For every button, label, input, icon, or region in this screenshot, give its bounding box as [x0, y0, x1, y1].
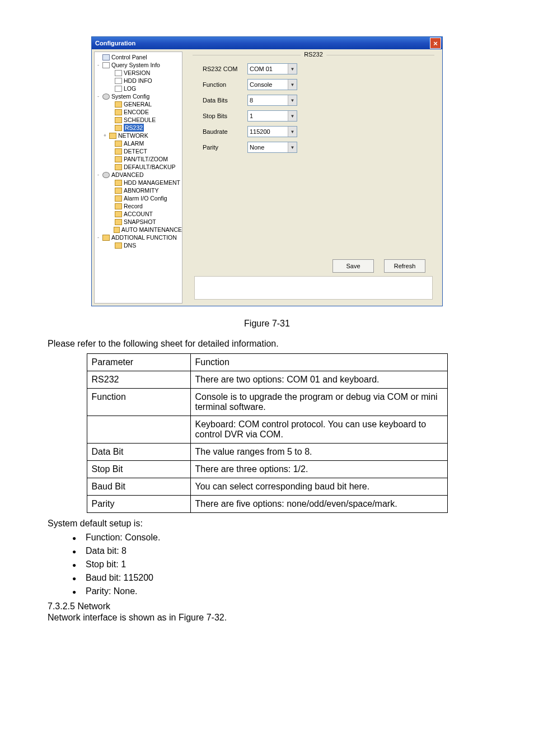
tree-item[interactable]: ABNORMITY	[95, 186, 182, 194]
chevron-down-icon[interactable]: ▼	[288, 95, 297, 105]
defaults-lead: System default setup is:	[48, 519, 486, 529]
folder-icon	[109, 133, 116, 139]
list-item: Function: Console.	[72, 531, 486, 544]
comp-icon	[102, 54, 110, 60]
cell-function: There are three options: 1/2.	[190, 461, 447, 478]
tree-item[interactable]: ACCOUNT	[95, 210, 182, 218]
tree-item[interactable]: DETECT	[95, 147, 182, 155]
parameter-table: Parameter Function RS232There are two op…	[87, 353, 448, 513]
field-value: 115200	[250, 128, 270, 135]
tree-item-label: DNS	[124, 241, 136, 249]
gear-icon	[102, 94, 110, 100]
tree-item-label: PAN/TILT/ZOOM	[124, 155, 168, 163]
cell-parameter	[87, 416, 190, 444]
tree-item[interactable]: -Query System Info	[95, 61, 182, 69]
tree-item-label: VERSION	[124, 69, 150, 77]
table-row: Stop BitThere are three options: 1/2.	[87, 461, 447, 478]
tree-item-label: ENCODE	[124, 108, 149, 116]
field-select[interactable]: Console▼	[247, 79, 297, 90]
configuration-window: Configuration × Control Panel-Query Syst…	[91, 36, 443, 306]
tree-item[interactable]: SNAPSHOT	[95, 218, 182, 226]
tree-item[interactable]: GENERAL	[95, 100, 182, 108]
tree-item[interactable]: -System Config	[95, 92, 182, 100]
field-label: Function	[203, 81, 247, 88]
cell-function: The value ranges from 5 to 8.	[190, 444, 447, 461]
field-select[interactable]: COM 01▼	[247, 63, 297, 74]
tree-item[interactable]: AUTO MAINTENANCE	[95, 226, 182, 234]
tree-item-label: ADVANCED	[111, 171, 144, 179]
field-label: Parity	[203, 144, 247, 151]
field-label: RS232 COM	[203, 66, 247, 72]
expander-icon[interactable]: -	[96, 171, 101, 179]
folder-icon	[115, 141, 122, 147]
tree-item[interactable]: -ADDTIONAL FUNCTION	[95, 234, 182, 241]
tree-item-label: Query System Info	[111, 61, 160, 69]
form-row: Data Bits8▼	[203, 95, 434, 106]
field-value: COM 01	[250, 66, 273, 72]
tree-item[interactable]: -ADVANCED	[95, 171, 182, 179]
tree-item[interactable]: LOG	[95, 85, 182, 92]
expander-icon[interactable]: -	[96, 61, 101, 69]
form-row: Stop Bits1▼	[203, 110, 434, 122]
tree-item[interactable]: DEFAULT/BACKUP	[95, 163, 182, 171]
cell-function: Keyboard: COM control protocol. You can …	[190, 416, 447, 444]
field-select[interactable]: 115200▼	[247, 126, 297, 137]
title-bar: Configuration ×	[92, 37, 442, 49]
chevron-down-icon[interactable]: ▼	[288, 111, 297, 121]
cell-parameter: Stop Bit	[87, 461, 190, 478]
group-title: RS232	[301, 51, 326, 58]
expander-icon[interactable]: -	[96, 234, 101, 241]
field-label: Data Bits	[203, 97, 247, 104]
nav-tree[interactable]: Control Panel-Query System InfoVERSIONHD…	[94, 52, 182, 304]
tree-item[interactable]: ENCODE	[95, 108, 182, 116]
field-select[interactable]: 8▼	[247, 95, 297, 106]
form-pane: RS232 RS232 COMCOM 01▼FunctionConsole▼Da…	[185, 49, 442, 306]
field-value: 8	[250, 97, 253, 104]
window-title: Configuration	[95, 40, 430, 46]
gear-icon	[102, 172, 110, 178]
tree-item[interactable]: PAN/TILT/ZOOM	[95, 155, 182, 163]
save-button[interactable]: Save	[332, 259, 374, 273]
folder-icon	[115, 125, 122, 131]
tree-item[interactable]: ALARM	[95, 139, 182, 147]
tree-item[interactable]: DNS	[95, 241, 182, 249]
expander-icon[interactable]: +	[102, 132, 107, 139]
field-select[interactable]: 1▼	[247, 110, 297, 122]
tree-item[interactable]: Alarm I/O Config	[95, 194, 182, 202]
tree-item[interactable]: HDD INFO	[95, 77, 182, 85]
expander-icon[interactable]: -	[96, 92, 101, 100]
cell-parameter: Data Bit	[87, 444, 190, 461]
chevron-down-icon[interactable]: ▼	[288, 127, 297, 137]
tree-item[interactable]: VERSION	[95, 69, 182, 77]
tree-item[interactable]: RS232	[95, 124, 182, 132]
form-row: RS232 COMCOM 01▼	[203, 63, 434, 74]
tree-item[interactable]: +NETWORK	[95, 132, 182, 139]
chevron-down-icon[interactable]: ▼	[288, 80, 297, 90]
tree-item-label: HDD INFO	[124, 77, 152, 85]
chevron-down-icon[interactable]: ▼	[288, 142, 297, 152]
field-value: 1	[250, 113, 253, 119]
field-select[interactable]: None▼	[247, 142, 297, 153]
table-row: FunctionConsole is to upgrade the progra…	[87, 389, 447, 416]
tree-item-label: Record	[124, 202, 143, 210]
table-row: Data BitThe value ranges from 5 to 8.	[87, 444, 447, 461]
list-item: Stop bit: 1	[72, 558, 486, 571]
folder-icon	[102, 235, 110, 241]
tree-item-label: GENERAL	[124, 100, 152, 108]
chevron-down-icon[interactable]: ▼	[288, 64, 297, 74]
tree-item-label: RS232	[124, 124, 144, 132]
tree-item[interactable]: Control Panel	[95, 53, 182, 61]
folder-icon	[115, 242, 122, 249]
folder-icon	[115, 211, 122, 217]
close-icon[interactable]: ×	[430, 38, 441, 49]
folder-icon	[115, 180, 122, 186]
tree-item[interactable]: HDD MANAGEMENT	[95, 179, 182, 186]
folder-icon	[115, 219, 122, 225]
tree-item-label: SNAPSHOT	[124, 218, 156, 226]
refresh-button[interactable]: Refresh	[384, 259, 425, 273]
tree-item[interactable]: Record	[95, 202, 182, 210]
list-item: Data bit: 8	[72, 544, 486, 558]
list-item: Baud bit: 115200	[72, 571, 486, 585]
section-heading: 7.3.2.5 Network	[48, 601, 486, 612]
tree-item[interactable]: SCHEDULE	[95, 116, 182, 124]
